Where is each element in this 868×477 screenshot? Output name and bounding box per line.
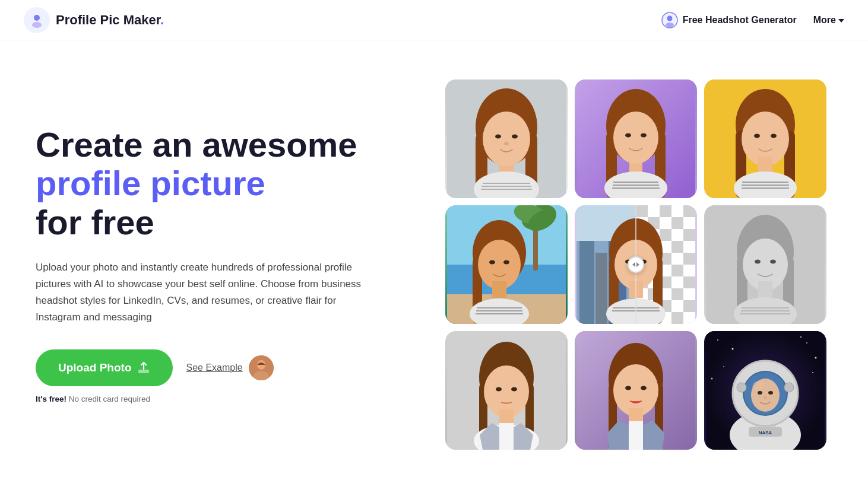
svg-point-120: [717, 339, 718, 341]
svg-point-97: [755, 260, 761, 264]
svg-rect-64: [683, 229, 695, 241]
svg-point-48: [489, 260, 495, 265]
svg-point-35: [771, 134, 777, 138]
svg-rect-79: [683, 300, 695, 312]
headline-line1: Create an awesome: [36, 126, 404, 164]
photo-card-2: [575, 80, 697, 198]
svg-rect-105: [499, 409, 514, 425]
cta-row: Upload Photo See Example: [36, 349, 404, 386]
photo-card-9: NASA: [704, 331, 826, 450]
svg-point-26: [641, 133, 647, 138]
svg-point-4: [666, 23, 674, 27]
svg-point-136: [768, 391, 773, 395]
svg-point-16: [512, 135, 518, 139]
svg-rect-63: [660, 229, 671, 241]
example-avatar: [249, 355, 274, 380]
svg-rect-61: [671, 217, 683, 229]
subtext: Upload your photo and instantly create h…: [36, 259, 368, 326]
svg-point-34: [754, 134, 760, 138]
upload-photo-button[interactable]: Upload Photo: [36, 349, 173, 386]
svg-rect-33: [758, 157, 772, 173]
headline: Create an awesome profile picture for fr…: [36, 126, 404, 243]
svg-rect-53: [595, 253, 607, 324]
free-note: It's free! No credit card required: [36, 395, 404, 403]
svg-point-138: [737, 383, 746, 392]
svg-rect-58: [660, 205, 671, 217]
left-panel: Create an awesome profile picture for fr…: [36, 126, 404, 403]
svg-rect-69: [683, 253, 695, 265]
headline-line2: profile picture: [36, 164, 404, 203]
photo-card-8: [575, 331, 697, 450]
photo-card-5: [575, 205, 697, 324]
svg-rect-76: [671, 288, 683, 300]
arrow-right-icon: [636, 262, 639, 267]
free-note-rest: No credit card required: [66, 395, 150, 403]
slider-handle[interactable]: [628, 256, 644, 273]
upload-icon: [137, 361, 150, 374]
photo-card-6: [704, 205, 826, 324]
svg-point-122: [806, 342, 807, 344]
headshot-generator-link[interactable]: Free Headshot Generator: [661, 12, 797, 28]
svg-rect-74: [683, 276, 695, 288]
svg-rect-5: [138, 370, 149, 373]
svg-rect-109: [499, 423, 514, 450]
see-example-text: See Example: [186, 362, 242, 373]
logo-dot: .: [160, 12, 164, 27]
photo-card-7: [445, 331, 568, 450]
more-menu[interactable]: More: [813, 15, 844, 26]
see-example-link[interactable]: See Example: [186, 355, 273, 380]
svg-point-135: [758, 391, 762, 395]
svg-rect-71: [671, 265, 683, 276]
svg-rect-57: [636, 205, 648, 217]
svg-point-123: [815, 357, 817, 359]
svg-rect-66: [671, 241, 683, 253]
svg-point-0: [34, 15, 40, 21]
navbar: Profile Pic Maker. Free Headshot Generat…: [0, 0, 868, 40]
svg-point-15: [495, 135, 501, 139]
photo-card-3: [704, 80, 826, 198]
svg-point-116: [625, 386, 631, 390]
svg-rect-118: [629, 421, 643, 450]
svg-point-134: [751, 379, 780, 412]
svg-point-3: [667, 15, 672, 21]
photo-card-4: [445, 205, 568, 324]
headshot-icon: [661, 12, 678, 28]
arrow-left-icon: [632, 262, 635, 267]
svg-point-17: [504, 142, 509, 145]
svg-point-117: [641, 386, 647, 390]
svg-point-124: [800, 336, 802, 338]
photo-grid: NASA: [439, 74, 832, 456]
svg-point-126: [711, 378, 713, 380]
free-note-strong: It's free!: [36, 395, 66, 403]
svg-point-24: [613, 112, 658, 164]
logo-text: Profile Pic Maker.: [56, 12, 164, 28]
svg-point-25: [625, 133, 631, 138]
svg-point-49: [503, 260, 509, 265]
chevron-down-icon: [838, 19, 844, 23]
headline-line3: for free: [36, 203, 404, 243]
svg-point-125: [723, 366, 724, 367]
svg-point-1: [32, 22, 42, 28]
svg-point-14: [483, 112, 530, 166]
svg-rect-81: [671, 312, 683, 324]
svg-point-98: [770, 260, 776, 264]
svg-rect-96: [758, 281, 772, 298]
logo-area: Profile Pic Maker.: [24, 7, 164, 33]
svg-point-106: [496, 387, 502, 392]
svg-point-137: [764, 396, 767, 399]
svg-rect-47: [492, 281, 506, 298]
svg-point-121: [732, 348, 734, 350]
svg-rect-52: [579, 241, 594, 324]
main-content: Create an awesome profile picture for fr…: [0, 40, 868, 477]
svg-point-127: [812, 372, 813, 373]
svg-point-107: [511, 387, 517, 392]
svg-point-139: [784, 383, 794, 392]
photo-card-1: [445, 80, 568, 198]
svg-rect-59: [683, 205, 695, 217]
svg-text:NASA: NASA: [759, 430, 772, 435]
logo-icon: [24, 7, 50, 33]
nav-right: Free Headshot Generator More: [661, 12, 844, 28]
